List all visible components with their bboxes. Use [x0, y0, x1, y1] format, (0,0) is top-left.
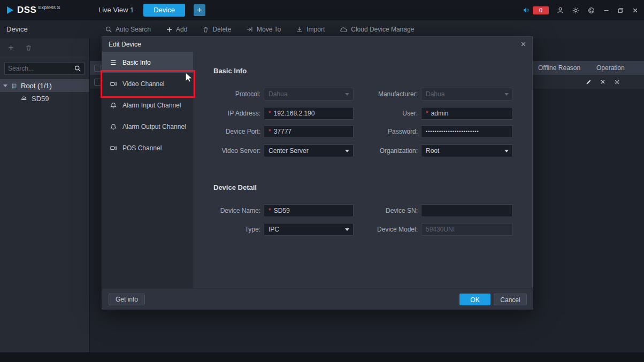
chevron-down-icon: [345, 228, 349, 231]
device-model-value: 59430UNI: [426, 226, 455, 233]
required-mark: *: [426, 110, 428, 117]
device-panel-title: Device: [6, 20, 28, 38]
tree-search-box: [4, 62, 85, 75]
device-sn-field[interactable]: [421, 204, 513, 217]
video-server-select[interactable]: Center Server: [264, 144, 354, 157]
chevron-down-icon: [504, 93, 509, 96]
tree-actions: [0, 38, 89, 57]
get-info-button[interactable]: Get info: [109, 294, 145, 305]
search-input[interactable]: [5, 65, 71, 72]
dialog-content: Basic Info Protocol: Dahua Manufacturer:…: [193, 52, 533, 288]
auto-search-button[interactable]: Auto Search: [105, 26, 151, 33]
search-icon[interactable]: [71, 65, 84, 72]
minimize-button[interactable]: [603, 7, 610, 14]
chevron-down-icon[interactable]: [3, 84, 7, 87]
search-icon: [105, 26, 112, 33]
nav-label: POS Channel: [122, 144, 162, 152]
cloud-icon: [340, 26, 348, 34]
edit-icon[interactable]: [585, 79, 592, 86]
list-icon: [110, 59, 117, 66]
maximize-button[interactable]: [617, 7, 624, 14]
tree-item-root[interactable]: Root (1/1): [0, 79, 89, 92]
tab-live-view[interactable]: Live View 1: [98, 0, 134, 20]
basic-info-heading: Basic Info: [213, 67, 247, 75]
nav-item-pos-channel[interactable]: POS Channel: [102, 137, 193, 159]
user-icon[interactable]: [556, 6, 564, 14]
nav-item-video-channel[interactable]: Video Channel: [102, 73, 193, 95]
protocol-label: Protocol:: [193, 88, 260, 101]
form-row: Device Name: * SD59 Device SN:: [193, 204, 533, 217]
device-detail-heading: Device Detail: [213, 183, 257, 191]
device-model-field[interactable]: 59430UNI: [421, 223, 513, 236]
close-button[interactable]: [632, 7, 639, 14]
nav-item-alarm-input-channel[interactable]: Alarm Input Channel: [102, 95, 193, 116]
titlebar: DSS Express S Live View 1 Device + 0: [0, 0, 644, 20]
device-port-label: Device Port:: [193, 125, 260, 138]
logo-text: DSS: [17, 5, 36, 16]
tree-item-device[interactable]: SD59: [0, 92, 89, 105]
password-field[interactable]: ••••••••••••••••••••••••: [421, 125, 513, 138]
device-name-field[interactable]: * SD59: [264, 204, 354, 217]
video-camera-icon: [110, 80, 117, 88]
form-row: Video Server: Center Server Organization…: [193, 144, 533, 157]
settings-icon[interactable]: [572, 6, 580, 14]
window-bottom-edge: [0, 352, 644, 362]
type-value: IPC: [269, 226, 279, 233]
add-tab-button[interactable]: +: [194, 4, 205, 16]
import-button[interactable]: Import: [296, 26, 325, 33]
required-mark: *: [269, 110, 271, 117]
dialog-close-icon[interactable]: [520, 41, 527, 48]
plus-icon: [166, 26, 173, 33]
import-icon: [296, 26, 303, 33]
cloud-label: Cloud Device Manage: [351, 26, 414, 33]
password-value: ••••••••••••••••••••••••: [426, 129, 479, 134]
import-label: Import: [306, 26, 325, 33]
device-label: SD59: [32, 95, 49, 103]
dialog-nav: Basic Info Video Channel Alarm Input Cha…: [102, 52, 193, 288]
theme-icon[interactable]: [587, 6, 595, 14]
protocol-select[interactable]: Dahua: [264, 88, 354, 101]
header-checkbox[interactable]: [94, 65, 101, 72]
manufacturer-select[interactable]: Dahua: [421, 88, 513, 101]
tab-device[interactable]: Device: [143, 4, 185, 17]
manufacturer-value: Dahua: [426, 90, 444, 98]
chevron-down-icon: [345, 150, 349, 152]
row-checkbox[interactable]: [94, 79, 101, 86]
titlebar-controls: 0: [522, 0, 639, 20]
delete-row-icon[interactable]: [600, 79, 606, 85]
alarm-input-icon: [110, 102, 117, 109]
manufacturer-label: Manufacturer:: [357, 88, 418, 101]
dialog-title: Edit Device: [109, 37, 141, 52]
delete-org-icon[interactable]: [25, 44, 32, 51]
organization-select[interactable]: Root: [421, 144, 513, 157]
protocol-value: Dahua: [269, 90, 287, 98]
device-sn-label: Device SN:: [357, 204, 418, 217]
alarm-output-icon: [110, 123, 117, 130]
type-select[interactable]: IPC: [264, 223, 354, 236]
organization-icon: [11, 82, 18, 89]
ok-button[interactable]: OK: [459, 294, 490, 305]
form-row: Protocol: Dahua Manufacturer: Dahua: [193, 88, 533, 101]
alarm-sound-toggle[interactable]: 0: [522, 6, 549, 14]
user-label: User:: [357, 107, 418, 120]
delete-button[interactable]: Delete: [202, 26, 231, 33]
nav-item-alarm-output-channel[interactable]: Alarm Output Channel: [102, 116, 193, 137]
add-org-icon[interactable]: [7, 44, 14, 51]
cloud-device-manage-button[interactable]: Cloud Device Manage: [340, 26, 414, 34]
cancel-button[interactable]: Cancel: [494, 294, 527, 305]
add-device-button[interactable]: Add: [166, 26, 187, 33]
form-row: Device Port: * 37777 Password: •••••••••…: [193, 125, 533, 138]
dialog-titlebar: Edit Device: [102, 37, 532, 52]
ip-address-field[interactable]: * 192.168.2.190: [264, 107, 354, 120]
form-row: Type: IPC Device Model: 59430UNI: [193, 223, 533, 236]
user-field[interactable]: * admin: [421, 107, 513, 120]
device-name-value: SD59: [274, 207, 290, 214]
row-settings-icon[interactable]: [614, 79, 620, 86]
dialog-footer: Get info OK Cancel: [102, 288, 533, 310]
move-to-button[interactable]: Move To: [246, 26, 281, 33]
video-server-value: Center Server: [269, 147, 309, 155]
nav-item-basic-info[interactable]: Basic Info: [102, 52, 193, 73]
dss-logo-icon: [5, 5, 15, 15]
nav-label: Video Channel: [122, 80, 165, 88]
device-port-field[interactable]: * 37777: [264, 125, 354, 138]
